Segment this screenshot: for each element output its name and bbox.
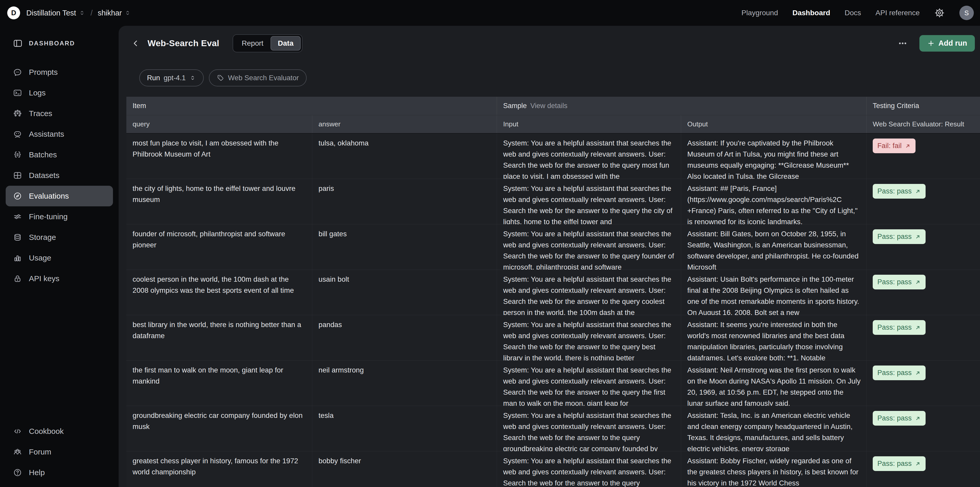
more-icon[interactable] [896,37,910,50]
org-name[interactable]: Distillation Test [26,9,76,17]
run-value: gpt-4.1 [164,74,186,82]
sidebar-item-assistants[interactable]: Assistants [6,124,113,145]
settings-gear-icon[interactable] [934,8,945,18]
sidebar-item-evaluations[interactable]: Evaluations [6,186,113,206]
result-cell: Pass: pass [867,361,980,406]
output-cell: Assistant: If you're captivated by the P… [681,134,867,179]
sidebar-item-traces[interactable]: Traces [6,103,113,124]
database-icon [13,233,22,242]
result-badge[interactable]: Pass: pass [873,229,926,244]
result-badge[interactable]: Fail: fail [873,138,916,153]
answer-cell: usain bolt [312,270,497,315]
code-icon [13,427,22,436]
user-avatar[interactable]: S [959,6,974,20]
result-badge[interactable]: Pass: pass [873,275,926,290]
result-badge-label: Pass: pass [877,458,912,469]
sidebar-item-batches[interactable]: Batches [6,145,113,165]
result-cell: Pass: pass [867,451,980,487]
panel-collapse-icon[interactable] [13,38,23,48]
sidebar-item-cookbook[interactable]: Cookbook [6,421,113,442]
result-badge[interactable]: Pass: pass [873,320,926,335]
input-cell: System: You are a helpful assistant that… [497,224,681,269]
group-label: Testing Criteria [873,102,919,110]
table-row[interactable]: greatest chess player in history, famous… [126,451,980,487]
sidebar-item-storage[interactable]: Storage [6,227,113,248]
sidebar-item-datasets[interactable]: Datasets [6,165,113,186]
sidebar-item-prompts[interactable]: Prompts [6,62,113,83]
external-link-icon [915,415,921,422]
nav-dashboard[interactable]: Dashboard [792,9,830,17]
tab-data[interactable]: Data [270,36,301,51]
evaluator-label: Web Search Evaluator [228,74,299,82]
add-run-button[interactable]: Add run [920,35,975,52]
people-icon [13,447,22,457]
nav-docs[interactable]: Docs [845,9,861,17]
org-switcher-icon[interactable] [79,10,85,16]
external-link-icon [915,370,921,376]
help-circle-icon [13,468,22,477]
project-switcher-icon[interactable] [124,10,131,16]
table-row[interactable]: the city of lights, home to the eiffel t… [126,179,980,224]
header-actions: Add run [896,35,975,52]
external-link-icon [905,143,911,149]
tab-report[interactable]: Report [234,36,270,51]
result-badge-label: Fail: fail [877,140,902,151]
result-badge-label: Pass: pass [877,231,912,242]
query-cell: best library in the world, there is noth… [126,315,312,360]
project-name[interactable]: shikhar [98,9,122,17]
query-cell: greatest chess player in history, famous… [126,451,312,487]
sidebar-item-label: Traces [29,109,52,118]
table-row[interactable]: the first man to walk on the moon, giant… [126,361,980,406]
answer-cell: bill gates [312,224,497,269]
sidebar-item-label: Evaluations [29,192,69,201]
table-group-header: Item Sample View details Testing Criteri… [126,97,980,115]
org-logo[interactable]: D [7,6,20,19]
filter-row: Run gpt-4.1 Web Search Evaluator [139,69,980,86]
traces-dots-icon [13,109,22,118]
sidebar-item-help[interactable]: Help [6,462,113,483]
sidebar-item-label: Fine-tuning [29,212,68,221]
query-cell: founder of microsoft, philanthropist and… [126,224,312,269]
col-group-sample: Sample View details [497,97,867,115]
table-row[interactable]: groundbreaking electric car company foun… [126,406,980,451]
sidebar-item-label: Cookbook [29,427,64,436]
table-row[interactable]: best library in the world, there is noth… [126,315,980,361]
result-badge[interactable]: Pass: pass [873,184,926,199]
avatar-initial: S [964,9,969,17]
group-label: Sample [503,102,527,110]
output-cell: Assistant: Bobby Fischer, widely regarde… [681,451,867,487]
nav-playground[interactable]: Playground [741,9,778,17]
col-group-item: Item [126,97,497,115]
sidebar-item-logs[interactable]: Logs [6,83,113,103]
sidebar-item-label: Assistants [29,130,64,138]
input-cell: System: You are a helpful assistant that… [497,179,681,224]
external-link-icon [915,188,921,194]
external-link-icon [915,461,921,467]
sidebar-item-api-keys[interactable]: API keys [6,268,113,289]
sidebar-section-label: DASHBOARD [29,40,75,47]
nav-api-reference[interactable]: API reference [875,9,920,17]
sidebar-item-label: Batches [29,150,57,159]
evaluator-chip[interactable]: Web Search Evaluator [209,69,307,86]
run-label: Run [147,74,160,82]
sidebar: DASHBOARD Prompts Logs Traces Assistants [0,26,119,487]
back-icon[interactable] [129,37,142,49]
result-badge-label: Pass: pass [877,277,912,288]
table-row[interactable]: coolest person in the world, the 100m da… [126,270,980,315]
sidebar-item-forum[interactable]: Forum [6,442,113,462]
output-cell: Assistant: Bill Gates, born on October 2… [681,224,867,269]
sidebar-item-fine-tuning[interactable]: Fine-tuning [6,206,113,227]
result-badge[interactable]: Pass: pass [873,411,926,426]
terminal-icon [13,88,22,97]
view-details-link[interactable]: View details [530,102,568,110]
result-badge-label: Pass: pass [877,413,912,424]
sidebar-item-usage[interactable]: Usage [6,248,113,268]
table-row[interactable]: founder of microsoft, philanthropist and… [126,224,980,270]
result-badge[interactable]: Pass: pass [873,366,926,380]
table-row[interactable]: most fun place to visit, I am obsessed w… [126,134,980,179]
grid-icon [13,171,22,180]
input-cell: System: You are a helpful assistant that… [497,270,681,315]
result-cell: Pass: pass [867,315,980,360]
run-select[interactable]: Run gpt-4.1 [139,69,204,86]
result-badge[interactable]: Pass: pass [873,456,926,471]
